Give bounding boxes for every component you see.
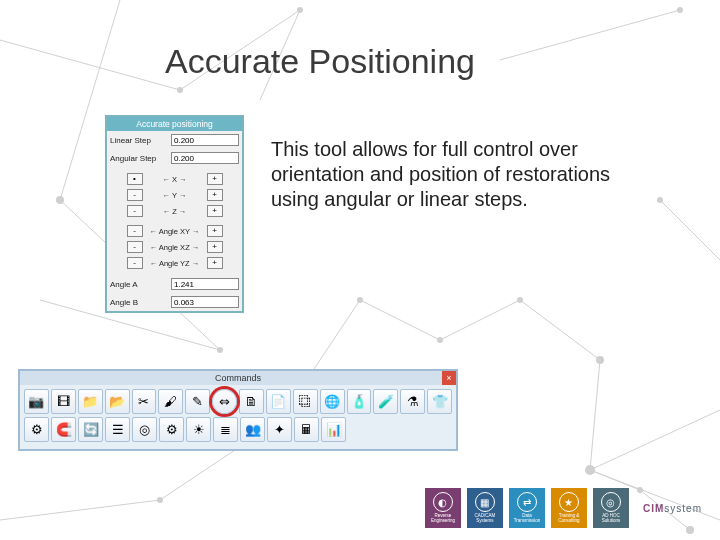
svg-point-27 [585, 465, 595, 475]
refresh-icon[interactable]: 🔄 [78, 417, 103, 442]
toolbar-row-2: ⚙ 🧲 🔄 ☰ ◎ ⚙ ☀ ≣ 👥 ✦ 🖩 📊 [24, 417, 452, 442]
tube-icon[interactable]: 🧪 [373, 389, 398, 414]
copy-icon[interactable]: ⿻ [293, 389, 318, 414]
cadcam-icon: ▦ [475, 492, 495, 512]
svg-point-21 [217, 347, 223, 353]
stack-icon[interactable]: ☰ [105, 417, 130, 442]
slide-body-text: This tool allows for full control over o… [271, 137, 611, 212]
y-plus-button[interactable]: + [207, 189, 223, 201]
axis-angle-yz-label: ← Angle YZ → [147, 259, 203, 268]
linear-step-label: Linear Step [110, 136, 168, 145]
brand-label-2: CAD/CAM Systems [469, 514, 501, 524]
data-transmission-icon: ⇄ [517, 492, 537, 512]
commands-toolbar: Commands × 📷 🎞 📁 📂 ✂ 🖌 ✎ ⇔ 🗎 📄 ⿻ 🌐 🧴 🧪 ⚗… [18, 369, 458, 451]
axis-z-label: ← Z → [147, 207, 203, 216]
svg-line-16 [0, 500, 160, 520]
users-icon[interactable]: 👥 [240, 417, 265, 442]
adhoc-icon: ◎ [601, 492, 621, 512]
svg-line-8 [590, 470, 640, 490]
slide-title: Accurate Positioning [165, 42, 475, 81]
svg-point-19 [177, 87, 183, 93]
brand-tile-cadcam: ▦ CAD/CAM Systems [467, 488, 503, 528]
panel-header: Accurate positioning [107, 117, 242, 131]
svg-point-22 [297, 7, 303, 13]
sun-icon[interactable]: ☀ [186, 417, 211, 442]
svg-point-23 [357, 297, 363, 303]
angular-step-label: Angular Step [110, 154, 168, 163]
tshirt-icon[interactable]: 👕 [427, 389, 452, 414]
film-icon[interactable]: 🎞 [51, 389, 76, 414]
svg-line-13 [590, 360, 600, 470]
x-minus-button[interactable]: • [127, 173, 143, 185]
toolbar-header: Commands × [20, 371, 456, 385]
calculator-icon[interactable]: 🖩 [294, 417, 319, 442]
svg-line-10 [360, 300, 440, 340]
angle-a-input[interactable]: 1.241 [171, 278, 239, 290]
target-icon[interactable]: ◎ [132, 417, 157, 442]
brand-tile-training: ★ Training & Consulting [551, 488, 587, 528]
axis-angle-xy-label: ← Angle XY → [147, 227, 203, 236]
axis-angle-xz-label: ← Angle XZ → [147, 243, 203, 252]
gear-icon[interactable]: ⚙ [24, 417, 49, 442]
angle-b-input[interactable]: 0.063 [171, 296, 239, 308]
svg-line-12 [520, 300, 600, 360]
angle-yz-minus-button[interactable]: - [127, 257, 143, 269]
accurate-positioning-panel: Accurate positioning Linear Step 0.200 A… [105, 115, 244, 313]
svg-line-6 [590, 410, 720, 470]
axis-y-label: ← Y → [147, 191, 203, 200]
svg-point-24 [437, 337, 443, 343]
pencil-icon[interactable]: ✎ [185, 389, 210, 414]
cog-icon[interactable]: ✦ [267, 417, 292, 442]
brand-label-3: Data Transmission [511, 514, 543, 524]
linear-step-input[interactable]: 0.200 [171, 134, 239, 146]
chart-icon[interactable]: 📊 [321, 417, 346, 442]
gear2-icon[interactable]: ⚙ [159, 417, 184, 442]
magnet-icon[interactable]: 🧲 [51, 417, 76, 442]
svg-line-5 [660, 200, 720, 260]
folder-icon[interactable]: 📁 [78, 389, 103, 414]
accurate-positioning-tool-icon[interactable]: ⇔ [212, 389, 237, 414]
svg-line-0 [0, 40, 180, 90]
scissors-icon[interactable]: ✂ [132, 389, 157, 414]
svg-point-25 [517, 297, 523, 303]
document-icon[interactable]: 🗎 [239, 389, 264, 414]
toolbar-close-button[interactable]: × [442, 371, 456, 385]
angular-step-input[interactable]: 0.200 [171, 152, 239, 164]
z-plus-button[interactable]: + [207, 205, 223, 217]
brand-tile-data-transmission: ⇄ Data Transmission [509, 488, 545, 528]
svg-line-11 [440, 300, 520, 340]
cim-logo-suffix: system [664, 503, 702, 514]
list-icon[interactable]: ≣ [213, 417, 238, 442]
bottle-icon[interactable]: 🧴 [347, 389, 372, 414]
angle-xz-minus-button[interactable]: - [127, 241, 143, 253]
brush-icon[interactable]: 🖌 [158, 389, 183, 414]
toolbar-title: Commands [215, 373, 261, 383]
svg-point-32 [677, 7, 683, 13]
axis-x-label: ← X → [147, 175, 203, 184]
cim-logo: CIMsystem [643, 503, 702, 514]
camera-icon[interactable]: 📷 [24, 389, 49, 414]
brand-label-5: AD HOC Solutions [595, 514, 627, 524]
angle-xz-plus-button[interactable]: + [207, 241, 223, 253]
globe-icon[interactable]: 🌐 [320, 389, 345, 414]
reverse-engineering-icon: ◐ [433, 492, 453, 512]
x-plus-button[interactable]: + [207, 173, 223, 185]
brand-tile-adhoc: ◎ AD HOC Solutions [593, 488, 629, 528]
angle-xy-minus-button[interactable]: - [127, 225, 143, 237]
cim-logo-prefix: CIM [643, 503, 664, 514]
flask-icon[interactable]: ⚗ [400, 389, 425, 414]
toolbar-row-1: 📷 🎞 📁 📂 ✂ 🖌 ✎ ⇔ 🗎 📄 ⿻ 🌐 🧴 🧪 ⚗ 👕 [24, 389, 452, 414]
angle-yz-plus-button[interactable]: + [207, 257, 223, 269]
z-minus-button[interactable]: - [127, 205, 143, 217]
folder-open-icon[interactable]: 📂 [105, 389, 130, 414]
footer-brands: ◐ Reverse Engineering ▦ CAD/CAM Systems … [425, 488, 702, 528]
angle-a-label: Angle A [110, 280, 168, 289]
angle-xy-plus-button[interactable]: + [207, 225, 223, 237]
training-icon: ★ [559, 492, 579, 512]
brand-label-4: Training & Consulting [553, 514, 585, 524]
y-minus-button[interactable]: - [127, 189, 143, 201]
angle-b-label: Angle B [110, 298, 168, 307]
svg-line-4 [500, 10, 680, 60]
svg-point-20 [56, 196, 64, 204]
page-icon[interactable]: 📄 [266, 389, 291, 414]
